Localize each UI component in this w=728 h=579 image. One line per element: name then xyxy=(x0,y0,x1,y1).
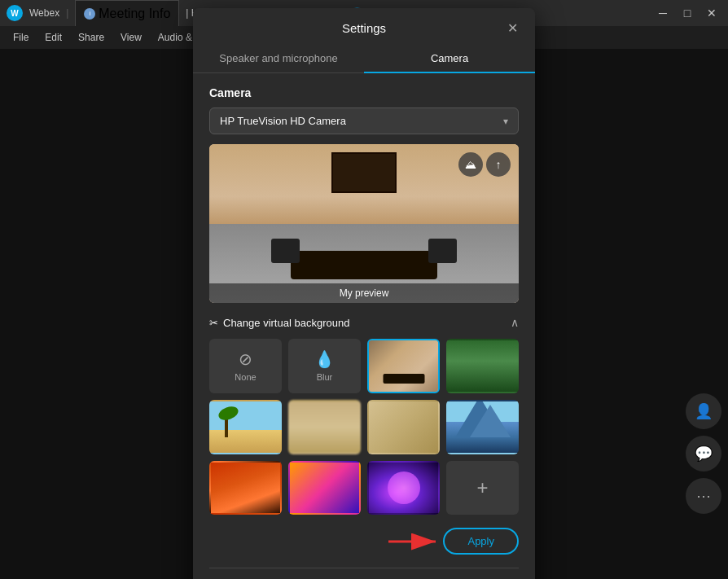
virtual-bg-header: ✂ Change virtual background ∧ xyxy=(209,316,519,329)
camera-section-label: Camera xyxy=(209,86,519,99)
bg-none-option[interactable]: ⊘ None xyxy=(209,339,282,393)
modal-overlay: Settings ✕ Speaker and microphone Camera… xyxy=(0,0,728,579)
settings-modal: Settings ✕ Speaker and microphone Camera… xyxy=(193,8,535,579)
bg-blur-option[interactable]: 💧 Blur xyxy=(288,339,361,393)
preview-label: My preview xyxy=(209,283,519,303)
modal-tabs: Speaker and microphone Camera xyxy=(193,44,535,73)
bg-colorful-option[interactable] xyxy=(288,461,361,515)
virtual-bg-title: ✂ Change virtual background xyxy=(209,317,349,329)
apply-button[interactable]: Apply xyxy=(443,528,519,555)
bg-beach-option[interactable] xyxy=(209,400,282,454)
bg-office-option[interactable] xyxy=(367,339,440,393)
advanced-settings-section: ⚙ Advanced Settings ∨ xyxy=(209,568,519,579)
none-circle-icon: ⊘ xyxy=(239,349,252,369)
room-tv xyxy=(331,152,397,193)
tab-speaker[interactable]: Speaker and microphone xyxy=(193,44,364,72)
bg-sand-option[interactable] xyxy=(288,400,361,454)
modal-title: Settings xyxy=(226,21,502,35)
camera-preview: ⛰ ↑ My preview xyxy=(209,144,519,303)
preview-share-button[interactable]: ↑ xyxy=(486,152,511,177)
arrow-indicator xyxy=(388,529,445,554)
bg-add-option[interactable]: + xyxy=(446,461,519,515)
none-label: None xyxy=(235,372,256,382)
background-grid: ⊘ None 💧 Blur xyxy=(209,339,519,515)
virtual-bg-label: Change virtual background xyxy=(223,317,349,329)
chevron-down-icon: ▾ xyxy=(503,116,508,127)
blur-label: Blur xyxy=(317,372,333,382)
camera-dropdown-value: HP TrueVision HD Camera xyxy=(220,115,346,127)
camera-dropdown[interactable]: HP TrueVision HD Camera ▾ xyxy=(209,107,519,134)
bg-forest-option[interactable] xyxy=(446,339,519,393)
bg-purple-option[interactable] xyxy=(367,461,440,515)
room-chair-right xyxy=(428,239,457,263)
arrow-svg xyxy=(388,529,445,554)
room-chair-left xyxy=(271,239,300,263)
tab-camera[interactable]: Camera xyxy=(364,44,535,72)
modal-content: Camera HP TrueVision HD Camera ▾ xyxy=(193,73,535,579)
bg-red-road-option[interactable] xyxy=(209,461,282,515)
room-table xyxy=(291,251,437,279)
preview-blur-button[interactable]: ⛰ xyxy=(458,152,483,177)
scissors-icon: ✂ xyxy=(209,317,218,329)
collapse-icon[interactable]: ∧ xyxy=(511,316,519,329)
bg-mountains-option[interactable] xyxy=(446,400,519,454)
modal-titlebar: Settings ✕ xyxy=(193,8,535,37)
apply-area: Apply xyxy=(209,528,519,555)
bg-tan-option[interactable] xyxy=(367,400,440,454)
modal-close-button[interactable]: ✕ xyxy=(502,18,522,37)
blur-drop-icon: 💧 xyxy=(314,349,335,369)
